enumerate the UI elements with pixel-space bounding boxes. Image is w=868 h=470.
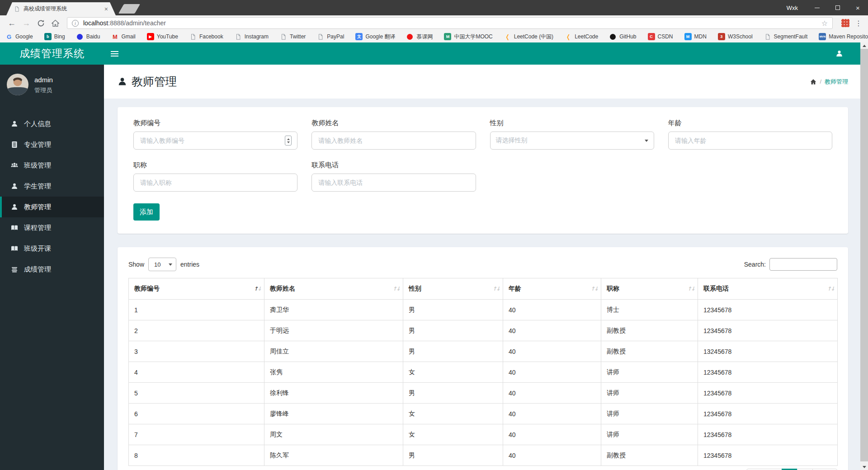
column-header-phone[interactable]: 联系电话↑↓ bbox=[698, 278, 838, 300]
table-controls: Show 10 entries Search: bbox=[128, 258, 837, 271]
column-header-age[interactable]: 年龄↑↓ bbox=[503, 278, 601, 300]
bookmark-w3school[interactable]: 3W3School bbox=[718, 33, 753, 40]
sidebar-item-profile[interactable]: 个人信息 bbox=[0, 113, 104, 134]
form-label: 职称 bbox=[133, 161, 297, 169]
bookmark-label: Baidu bbox=[86, 33, 100, 40]
table-cell: 13245678 bbox=[698, 341, 838, 362]
bookmark-github[interactable]: GitHub bbox=[609, 33, 636, 40]
table-cell: 4 bbox=[129, 362, 264, 383]
scrollbar-down-icon[interactable] bbox=[860, 464, 868, 470]
bookmark-paypal[interactable]: PayPal bbox=[317, 33, 344, 40]
column-header-teacher-name[interactable]: 教师姓名↑↓ bbox=[264, 278, 403, 300]
sidebar-item-label: 班级开课 bbox=[24, 244, 51, 253]
scrollbar-thumb[interactable] bbox=[860, 49, 868, 461]
search-input[interactable] bbox=[769, 258, 837, 271]
page-size-select[interactable]: 10 bbox=[148, 258, 176, 271]
bookmark-bing[interactable]: bBing bbox=[44, 33, 65, 40]
bookmark-label: Instagram bbox=[245, 33, 269, 40]
maven-repository-icon: MVN bbox=[819, 33, 826, 40]
table-cell: 40 bbox=[503, 383, 601, 404]
bookmark-mdn[interactable]: MMDN bbox=[684, 33, 707, 40]
gender-select[interactable]: 请选择性别 bbox=[490, 132, 654, 150]
profile-name[interactable]: Wxk bbox=[787, 5, 798, 11]
sidebar-toggle-icon[interactable] bbox=[104, 42, 125, 65]
browser-tab[interactable]: 高校成绩管理系统 × bbox=[6, 2, 116, 15]
sidebar-item-teacher[interactable]: 教师管理 bbox=[0, 197, 104, 217]
bookmark-label: Google bbox=[15, 33, 33, 40]
sidebar-item-major[interactable]: 专业管理 bbox=[0, 134, 104, 155]
bookmark-star-icon[interactable]: ☆ bbox=[821, 19, 828, 28]
bookmark-segmentfault[interactable]: SegmentFault bbox=[764, 33, 808, 40]
bookmark-leetcode[interactable]: ❬LeetCode bbox=[565, 33, 598, 40]
users-icon bbox=[11, 162, 24, 169]
teacher-name-input[interactable] bbox=[317, 136, 470, 145]
back-icon[interactable]: ← bbox=[5, 17, 19, 29]
extension-icon[interactable] bbox=[841, 19, 849, 27]
teacher-table: 教师编号↑↓教师姓名↑↓性别↑↓年龄↑↓职称↑↓联系电话↑↓ 1龚卫华男40博士… bbox=[128, 278, 838, 466]
table-cell: 女 bbox=[403, 424, 503, 445]
sidebar-item-class-course[interactable]: 班级开课 bbox=[0, 238, 104, 259]
home-icon[interactable] bbox=[810, 79, 816, 85]
reload-icon[interactable] bbox=[33, 17, 48, 29]
forward-icon[interactable]: → bbox=[19, 17, 33, 29]
teacher-no-input[interactable] bbox=[139, 136, 285, 145]
minimize-button[interactable] bbox=[807, 0, 827, 15]
column-header-teacher-no[interactable]: 教师编号↑↓ bbox=[129, 278, 264, 300]
sort-icons: ↑↓ bbox=[392, 286, 400, 292]
sidebar: admin 管理员 个人信息专业管理班级管理学生管理教师管理课程管理班级开课成绩… bbox=[0, 65, 104, 470]
baidu-icon bbox=[77, 34, 83, 40]
bookmark-twitter[interactable]: Twitter bbox=[280, 33, 306, 40]
sidebar-item-student[interactable]: 学生管理 bbox=[0, 176, 104, 197]
site-info-icon[interactable]: i bbox=[72, 20, 79, 27]
table-cell: 男 bbox=[403, 341, 503, 362]
bookmark-google-translate[interactable]: 文Google 翻译 bbox=[355, 33, 395, 41]
bookmark-youtube[interactable]: ▶YouTube bbox=[147, 33, 178, 40]
maximize-button[interactable] bbox=[827, 0, 848, 15]
sidebar-user-panel: admin 管理员 bbox=[0, 65, 104, 100]
bookmark-facebook[interactable]: Facebook bbox=[189, 33, 223, 40]
breadcrumb-divider: / bbox=[820, 78, 821, 85]
bookmark-imooc[interactable]: 慕课网 bbox=[406, 33, 433, 41]
bookmark-csdn[interactable]: CCSDN bbox=[648, 33, 673, 40]
column-header-gender[interactable]: 性别↑↓ bbox=[403, 278, 503, 300]
scrollbar-up-icon[interactable] bbox=[860, 42, 868, 49]
tab-close-icon[interactable]: × bbox=[104, 6, 108, 12]
content-area: 教师管理 / 教师管理 教师编号教师姓名性别请选择性别年龄职称联系电话 添加 bbox=[104, 65, 868, 470]
column-header-title[interactable]: 职称↑↓ bbox=[601, 278, 698, 300]
sidebar-item-score[interactable]: 成绩管理 bbox=[0, 259, 104, 280]
close-button[interactable]: × bbox=[848, 0, 868, 15]
user-icon bbox=[11, 203, 24, 211]
sidebar-item-class[interactable]: 班级管理 bbox=[0, 155, 104, 176]
phone-input[interactable] bbox=[317, 179, 470, 187]
bookmark-label: Twitter bbox=[290, 33, 306, 40]
browser-menu-icon[interactable]: ⋮ bbox=[854, 19, 863, 28]
sidebar-item-course[interactable]: 课程管理 bbox=[0, 217, 104, 238]
bookmark-maven-repository[interactable]: MVNMaven Repository bbox=[819, 33, 868, 40]
book-icon bbox=[11, 224, 24, 231]
app-brand[interactable]: 成绩管理系统 bbox=[0, 42, 104, 65]
navbar-user-menu[interactable] bbox=[829, 42, 849, 65]
address-bar[interactable]: i localhost:8888/admin/teacher ☆ bbox=[67, 17, 833, 29]
chevron-down-icon bbox=[169, 263, 172, 266]
page-scrollbar[interactable] bbox=[860, 42, 868, 470]
new-tab-button[interactable] bbox=[118, 4, 140, 14]
bookmark-label: Gmail bbox=[121, 33, 135, 40]
bookmark-instagram[interactable]: Instagram bbox=[235, 33, 269, 40]
age-input[interactable] bbox=[674, 136, 826, 145]
avatar bbox=[7, 74, 28, 95]
home-icon[interactable] bbox=[48, 17, 62, 29]
table-cell: 6 bbox=[129, 404, 264, 424]
form-label: 联系电话 bbox=[311, 161, 476, 169]
add-button[interactable]: 添加 bbox=[133, 203, 160, 221]
form-field-gender: 性别请选择性别 bbox=[490, 119, 654, 150]
bookmark-gmail[interactable]: MGmail bbox=[111, 33, 135, 40]
search-label: Search: bbox=[744, 261, 766, 268]
window-controls: Wxk × bbox=[787, 0, 868, 15]
title-input[interactable] bbox=[139, 179, 292, 187]
sort-icons: ↑↓ bbox=[827, 286, 834, 292]
bookmark-icourse-mooc[interactable]: M中国大学MOOC bbox=[444, 33, 492, 41]
app-navbar: 成绩管理系统 bbox=[0, 42, 868, 65]
bookmark-baidu[interactable]: Baidu bbox=[76, 33, 100, 40]
bookmark-google[interactable]: GGoogle bbox=[5, 33, 33, 40]
bookmark-leetcode-cn[interactable]: ❬LeetCode (中国) bbox=[504, 33, 553, 41]
